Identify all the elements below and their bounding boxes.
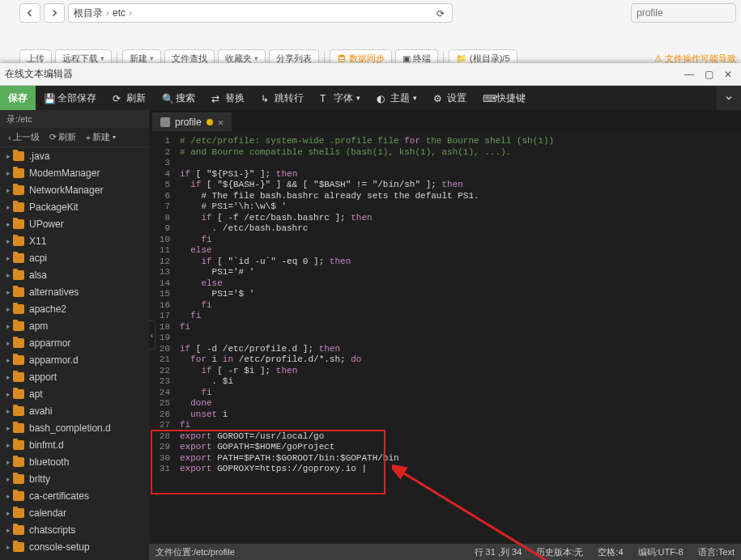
search-icon: 🔍 [162, 93, 172, 104]
breadcrumb-root[interactable]: 根目录 [74, 6, 103, 20]
chevron-right-icon: ▸ [3, 237, 13, 245]
new-label: 新建 [92, 131, 110, 143]
caret-down-icon: ▾ [150, 54, 154, 62]
folder-label: X11 [29, 235, 46, 247]
folder-label: apparmor.d [29, 354, 79, 366]
status-cursor[interactable]: 行 31 ,列 34 [475, 546, 522, 558]
tree-folder-item[interactable]: ▸.java [0, 147, 149, 164]
folder-icon [13, 457, 24, 467]
tree-folder-item[interactable]: ▸NetworkManager [0, 181, 149, 198]
tree-folder-item[interactable]: ▸avahi [0, 402, 149, 419]
folder-label: PackageKit [29, 202, 79, 213]
tree-folder-item[interactable]: ▸acpi [0, 249, 149, 266]
folder-label: bluetooth [29, 456, 69, 468]
tree-folder-item[interactable]: ▸UPower [0, 215, 149, 232]
breadcrumb-etc[interactable]: etc [113, 7, 126, 19]
folder-icon [13, 355, 24, 365]
up-level-button[interactable]: ‹上一级 [3, 131, 45, 143]
goto-line-button[interactable]: ↳跳转行 [253, 86, 312, 110]
chevron-right-icon: ▸ [3, 169, 13, 177]
maximize-button[interactable]: ▢ [701, 66, 717, 83]
folder-label: acpi [29, 252, 47, 264]
editor-title: 在线文本编辑器 [5, 67, 73, 81]
code-content[interactable]: # /etc/profile: system-wide .profile fil… [175, 131, 741, 544]
status-language[interactable]: 语言: Text [698, 546, 735, 558]
folder-label: apt [29, 388, 43, 400]
save-all-button[interactable]: 💾全部保存 [36, 86, 104, 110]
tree-folder-item[interactable]: ▸console-setup [0, 538, 149, 555]
theme-label: 主题 [390, 91, 410, 105]
editor-titlebar[interactable]: 在线文本编辑器 — ▢ ✕ [0, 63, 741, 86]
shortcuts-button[interactable]: ⌨快捷键 [475, 86, 534, 110]
tree-folder-item[interactable]: ▸binfmt.d [0, 436, 149, 453]
tree-folder-item[interactable]: ▸apache2 [0, 300, 149, 317]
warning-icon: ⚠ [654, 53, 662, 64]
chevron-left-icon: ‹ [8, 133, 11, 142]
folder-icon [13, 287, 24, 297]
folder-icon [13, 474, 24, 484]
sidebar-collapse-handle[interactable]: ‹ [149, 320, 155, 350]
status-encoding[interactable]: 编码: UTF-8 [638, 546, 684, 558]
tree-folder-item[interactable]: ▸alternatives [0, 283, 149, 300]
tree-folder-item[interactable]: ▸alsa [0, 266, 149, 283]
folder-label: console-setup [29, 541, 90, 553]
tree-folder-item[interactable]: ▸bash_completion.d [0, 419, 149, 436]
path-breadcrumb-bar[interactable]: 根目录 › etc › ⟳ [68, 3, 453, 23]
status-indent[interactable]: 空格: 4 [598, 546, 623, 558]
folder-icon [13, 253, 24, 263]
menu-more-button[interactable] [717, 86, 741, 110]
replace-button[interactable]: ⇄替换 [203, 86, 253, 110]
font-menu[interactable]: T字体▾ [312, 86, 368, 110]
tree-folder-item[interactable]: ▸apparmor [0, 334, 149, 351]
new-file-button[interactable]: +新建▾ [81, 131, 121, 143]
folder-icon [13, 168, 24, 178]
terminal-icon: ▣ [402, 53, 411, 64]
nav-back-button[interactable] [19, 3, 40, 23]
tree-folder-item[interactable]: ▸ModemManager [0, 164, 149, 181]
status-history[interactable]: 历史版本: 无 [536, 546, 583, 558]
search-input[interactable]: profile [631, 3, 736, 23]
code-editor[interactable]: 1234567891011121314151617181920212223242… [149, 131, 741, 544]
save-button[interactable]: 保存 [0, 86, 36, 110]
tree-folder-item[interactable]: ▸chatscripts [0, 521, 149, 538]
tree-folder-item[interactable]: ▸PackageKit [0, 198, 149, 215]
tree-folder-item[interactable]: ▸ca-certificates [0, 487, 149, 504]
settings-button[interactable]: ⚙设置 [425, 86, 475, 110]
folder-icon [13, 389, 24, 399]
close-button[interactable]: ✕ [720, 66, 736, 83]
tree-folder-item[interactable]: ▸bluetooth [0, 453, 149, 470]
search-button[interactable]: 🔍搜索 [154, 86, 203, 110]
theme-menu[interactable]: ◐主题▾ [368, 86, 425, 110]
nav-forward-button[interactable] [44, 3, 65, 23]
tree-folder-item[interactable]: ▸apt [0, 385, 149, 402]
folder-icon [13, 423, 24, 433]
chevron-right-icon: ▸ [3, 220, 13, 228]
caret-down-icon: ▾ [100, 54, 104, 62]
tab-label: profile [175, 117, 202, 128]
file-tree[interactable]: ▸.java▸ModemManager▸NetworkManager▸Packa… [0, 147, 149, 560]
tree-folder-item[interactable]: ▸apparmor.d [0, 351, 149, 368]
tree-folder-item[interactable]: ▸apport [0, 368, 149, 385]
refresh-button[interactable]: ⟳刷新 [104, 86, 154, 110]
folder-label: avahi [29, 405, 53, 417]
shortcuts-label: 快捷键 [496, 91, 526, 105]
gear-icon: ⚙ [433, 93, 444, 104]
folder-label: brltty [29, 473, 50, 485]
tree-folder-item[interactable]: ▸brltty [0, 470, 149, 487]
editor-menubar: 保存 💾全部保存 ⟳刷新 🔍搜索 ⇄替换 ↳跳转行 T字体▾ ◐主题▾ ⚙设置 … [0, 86, 741, 110]
chevron-right-icon: ▸ [3, 186, 13, 194]
path-refresh-button[interactable]: ⟳ [432, 6, 449, 22]
tree-folder-item[interactable]: ▸X11 [0, 232, 149, 249]
tab-profile[interactable]: profile × [152, 112, 232, 131]
refresh-tree-button[interactable]: ⟳刷新 [45, 131, 81, 143]
up-label: 上一级 [13, 131, 40, 143]
caret-down-icon: ▾ [413, 94, 417, 102]
chevron-right-icon: ▸ [3, 288, 13, 296]
minimize-button[interactable]: — [681, 66, 697, 83]
caret-down-icon: ▾ [254, 54, 258, 62]
tree-folder-item[interactable]: ▸calendar [0, 504, 149, 521]
tree-folder-item[interactable]: ▸apm [0, 317, 149, 334]
chevron-right-icon: ▸ [3, 322, 13, 330]
folder-icon [13, 440, 24, 450]
tab-close-button[interactable]: × [218, 117, 224, 129]
